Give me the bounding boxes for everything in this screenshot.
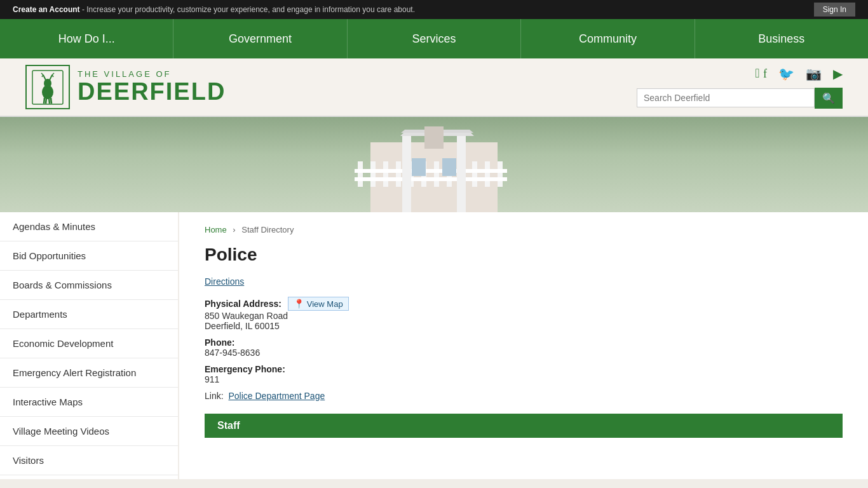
address-line2: Deerfield, IL 60015: [205, 321, 843, 331]
sidebar-item-bid[interactable]: Bid Opportunities: [0, 241, 178, 271]
sign-in-button[interactable]: Sign In: [814, 3, 855, 17]
breadcrumb-separator: ›: [233, 225, 235, 234]
svg-rect-17: [383, 161, 388, 187]
sidebar-item-agendas[interactable]: Agendas & Minutes: [0, 212, 178, 241]
svg-rect-33: [424, 126, 444, 149]
staff-bar: Staff: [205, 414, 843, 438]
nav-item-services[interactable]: Services: [348, 19, 521, 58]
sidebar-item-emergency[interactable]: Emergency Alert Registration: [0, 358, 178, 388]
nav-item-business[interactable]: Business: [695, 19, 868, 58]
svg-rect-28: [355, 177, 507, 181]
svg-line-3: [43, 75, 46, 80]
directions-link[interactable]: Directions: [205, 276, 244, 287]
header-right:  f 🐦 📷 ▶ 🔍: [637, 66, 843, 109]
logo-village-of: THE VILLAGE OF: [78, 69, 226, 79]
address-line1: 850 Waukegan Road: [205, 311, 843, 321]
svg-line-6: [50, 75, 52, 80]
logo-icon: [25, 65, 70, 109]
logo-text: THE VILLAGE OF DEERFIELD: [78, 69, 226, 105]
main-nav: How Do I... Government Services Communit…: [0, 19, 868, 58]
logo-deerfield: DEERFIELD: [78, 79, 226, 105]
svg-line-9: [44, 98, 44, 104]
sidebar: Agendas & Minutes Bid Opportunities Boar…: [0, 212, 178, 479]
dept-link[interactable]: Police Department Page: [228, 391, 325, 401]
search-input[interactable]: [637, 88, 815, 107]
top-bar-message: Create an Account - Increase your produc…: [13, 5, 415, 14]
svg-line-10: [46, 98, 46, 104]
phone-value: 847-945-8636: [205, 348, 843, 358]
breadcrumb-home[interactable]: Home: [205, 225, 227, 234]
svg-rect-21: [434, 161, 439, 187]
svg-rect-18: [396, 161, 401, 187]
twitter-icon[interactable]: 🐦: [778, 66, 794, 81]
nav-item-government[interactable]: Government: [173, 19, 347, 58]
phone-section: Phone: 847-945-8636: [205, 337, 843, 358]
logo-area: THE VILLAGE OF DEERFIELD: [25, 65, 226, 109]
content-wrapper: Agendas & Minutes Bid Opportunities Boar…: [0, 212, 868, 479]
sidebar-item-economic[interactable]: Economic Development: [0, 329, 178, 358]
youtube-icon[interactable]: ▶: [833, 66, 843, 81]
sidebar-item-videos[interactable]: Village Meeting Videos: [0, 417, 178, 446]
instagram-icon[interactable]: 📷: [806, 66, 822, 81]
svg-point-2: [44, 79, 51, 88]
svg-rect-29: [402, 136, 411, 212]
svg-line-7: [52, 73, 54, 75]
sidebar-item-boards[interactable]: Boards & Commissions: [0, 271, 178, 300]
top-bar: Create an Account - Increase your produc…: [0, 0, 868, 19]
physical-address-label: Physical Address:: [205, 299, 281, 309]
nav-item-how-do-i[interactable]: How Do I...: [0, 19, 173, 58]
link-prefix: Link:: [205, 391, 224, 401]
emergency-phone-label: Emergency Phone:: [205, 364, 843, 374]
svg-rect-15: [358, 161, 363, 187]
hero-image: [0, 117, 868, 212]
svg-rect-27: [355, 169, 507, 173]
svg-rect-35: [442, 158, 456, 176]
site-header: THE VILLAGE OF DEERFIELD  f 🐦 📷 ▶ 🔍: [0, 58, 868, 117]
svg-line-11: [49, 98, 50, 104]
sidebar-item-visitors[interactable]: Visitors: [0, 446, 178, 475]
sidebar-item-departments[interactable]: Departments: [0, 300, 178, 329]
social-icons:  f 🐦 📷 ▶: [755, 66, 843, 81]
search-button[interactable]: 🔍: [815, 88, 843, 109]
svg-line-8: [52, 75, 53, 77]
view-map-button[interactable]: 📍 View Map: [288, 297, 349, 311]
page-title: Police: [205, 245, 843, 265]
breadcrumb: Home › Staff Directory: [205, 225, 843, 234]
svg-line-4: [41, 73, 43, 75]
create-account-link[interactable]: Create an Account: [13, 5, 80, 14]
nav-item-community[interactable]: Community: [521, 19, 695, 58]
link-section: Link: Police Department Page: [205, 391, 843, 401]
svg-rect-30: [457, 136, 466, 212]
svg-rect-24: [472, 161, 477, 187]
search-area: 🔍: [637, 88, 843, 109]
emergency-phone-value: 911: [205, 374, 843, 384]
svg-rect-34: [412, 158, 426, 176]
svg-rect-26: [498, 161, 503, 187]
physical-address-section: Physical Address: 📍 View Map 850 Waukega…: [205, 297, 843, 331]
svg-line-5: [42, 75, 43, 77]
emergency-phone-section: Emergency Phone: 911: [205, 364, 843, 384]
map-pin-icon: 📍: [294, 299, 304, 309]
breadcrumb-current: Staff Directory: [241, 225, 294, 234]
facebook-icon[interactable]:  f: [755, 66, 767, 81]
svg-rect-25: [485, 161, 490, 187]
svg-line-12: [51, 98, 51, 104]
main-content: Home › Staff Directory Police Directions…: [179, 212, 868, 479]
svg-rect-16: [370, 161, 376, 187]
phone-label: Phone:: [205, 337, 843, 348]
sidebar-item-maps[interactable]: Interactive Maps: [0, 388, 178, 417]
